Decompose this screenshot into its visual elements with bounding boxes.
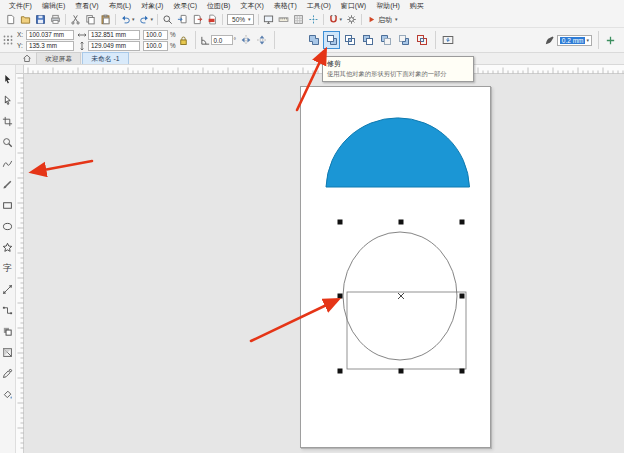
tab-welcome[interactable]: 欢迎屏幕 xyxy=(36,52,81,64)
save-button[interactable] xyxy=(33,13,48,27)
menu-text[interactable]: 文本(X) xyxy=(235,0,268,12)
weld-icon xyxy=(308,34,320,46)
intersect-icon xyxy=(344,34,356,46)
menu-buy[interactable]: 购买 xyxy=(405,0,429,12)
connector-tool[interactable] xyxy=(0,300,16,321)
document-tabs: 欢迎屏幕未命名 -1 xyxy=(0,53,624,65)
remove-back-button[interactable] xyxy=(395,31,412,49)
paste-button[interactable] xyxy=(98,13,113,27)
search-button[interactable] xyxy=(160,13,175,27)
menu-effects[interactable]: 效果(C) xyxy=(168,0,202,12)
size-fields: 132.851 mm 129.049 mm xyxy=(77,29,140,51)
object-width-field[interactable]: 132.851 mm xyxy=(88,30,140,40)
drawing-canvas[interactable] xyxy=(24,74,624,453)
artistic-media-tool[interactable] xyxy=(0,174,16,195)
snap-to-button[interactable]: ▾ xyxy=(326,13,345,27)
remove-front-button[interactable] xyxy=(377,31,394,49)
copy-button[interactable] xyxy=(83,13,98,27)
rectangle-tool[interactable] xyxy=(0,195,16,216)
toolbar-separator xyxy=(222,14,223,25)
transparency-tool[interactable] xyxy=(0,342,16,363)
full-screen-preview-button[interactable] xyxy=(261,13,276,27)
doc-icon xyxy=(5,14,16,25)
fullscreen-icon xyxy=(263,14,274,25)
intersect-button[interactable] xyxy=(341,31,358,49)
menu-bitmaps[interactable]: 位图(B) xyxy=(202,0,235,12)
options-button[interactable] xyxy=(344,13,359,27)
chevron-down-icon: ▾ xyxy=(248,17,251,22)
scale-x-field[interactable]: 100.0 xyxy=(143,30,168,40)
export-button[interactable] xyxy=(190,13,205,27)
pdf-icon xyxy=(207,14,218,25)
quick-customize-button[interactable] xyxy=(603,31,618,49)
new-document-button[interactable] xyxy=(3,13,18,27)
scale-y-field[interactable]: 100.0 xyxy=(143,41,168,51)
outline-width-combo[interactable]: 0.2 mm ▾ xyxy=(557,35,592,46)
position-fields: X: 100.037 mm Y: 135.3 mm xyxy=(17,29,74,51)
pick-tool[interactable] xyxy=(0,69,16,90)
menu-table[interactable]: 表格(T) xyxy=(269,0,302,12)
simplify-button[interactable] xyxy=(359,31,376,49)
menu-view[interactable]: 查看(V) xyxy=(70,0,103,12)
import-button[interactable] xyxy=(175,13,190,27)
guides-icon xyxy=(308,14,319,25)
menu-file[interactable]: 文件(F) xyxy=(4,0,37,12)
rotation-angle-field[interactable]: 0.0 xyxy=(211,35,233,45)
freehand-tool[interactable] xyxy=(0,153,16,174)
crop-tool[interactable] xyxy=(0,111,16,132)
trim-button[interactable] xyxy=(323,31,340,49)
interactive-fill-tool[interactable] xyxy=(0,384,16,405)
removefront-icon xyxy=(380,34,392,46)
y-position-field[interactable]: 135.3 mm xyxy=(26,41,74,51)
undo-button[interactable]: ▾ xyxy=(118,13,137,27)
menu-layout[interactable]: 布局(L) xyxy=(104,0,137,12)
home-button[interactable] xyxy=(22,53,32,63)
text-tool[interactable]: 字 xyxy=(0,258,16,279)
menu-window[interactable]: 窗口(W) xyxy=(336,0,371,12)
create-boundary-button[interactable] xyxy=(413,31,430,49)
connector-icon xyxy=(2,305,13,316)
ellipse-tool[interactable] xyxy=(0,216,16,237)
object-height-field[interactable]: 129.049 mm xyxy=(88,41,140,51)
drop-shadow-tool[interactable] xyxy=(0,321,16,342)
polygon-tool[interactable] xyxy=(0,237,16,258)
property-bar: X: 100.037 mm Y: 135.3 mm 132.851 mm 129… xyxy=(0,28,624,53)
color-eyedropper-tool[interactable] xyxy=(0,363,16,384)
launch-button[interactable]: 启动▾ xyxy=(364,13,401,26)
vertical-ruler[interactable] xyxy=(16,74,24,453)
show-grid-button[interactable] xyxy=(291,13,306,27)
open-button[interactable] xyxy=(18,13,33,27)
paste-icon xyxy=(100,14,111,25)
tooltip-title: 修剪 xyxy=(327,59,469,69)
zoom-level-combo[interactable]: 50%▾ xyxy=(227,14,254,25)
eyedropper-icon xyxy=(2,368,13,379)
redo-button[interactable]: ▾ xyxy=(137,13,156,27)
chevron-down-icon: ▾ xyxy=(340,17,343,22)
mirror-vertical-button[interactable] xyxy=(254,31,270,49)
weld-button[interactable] xyxy=(305,31,322,49)
dimension-tool[interactable] xyxy=(0,279,16,300)
freehand-icon xyxy=(2,158,13,169)
mirror-horizontal-button[interactable] xyxy=(238,31,254,49)
menu-help[interactable]: 帮助(H) xyxy=(371,0,405,12)
degree-label: ° xyxy=(234,37,237,44)
publish-pdf-button[interactable] xyxy=(205,13,220,27)
menu-tools[interactable]: 工具(O) xyxy=(302,0,336,12)
x-label: X: xyxy=(17,31,25,38)
zoom-tool[interactable] xyxy=(0,132,16,153)
launch-label: 启动 xyxy=(378,15,392,25)
document-page[interactable] xyxy=(300,86,491,448)
powerclip-button[interactable] xyxy=(440,31,456,49)
print-button[interactable] xyxy=(48,13,63,27)
open-icon xyxy=(20,14,31,25)
show-rulers-button[interactable] xyxy=(276,13,291,27)
shape-tool[interactable] xyxy=(0,90,16,111)
cut-button[interactable] xyxy=(68,13,83,27)
menu-object[interactable]: 对象(J) xyxy=(136,0,168,12)
tab-untitled-1[interactable]: 未命名 -1 xyxy=(82,52,128,64)
launch-icon xyxy=(367,15,376,24)
show-guidelines-button[interactable] xyxy=(306,13,321,27)
x-position-field[interactable]: 100.037 mm xyxy=(26,30,74,40)
lock-ratio-button[interactable] xyxy=(176,31,191,49)
menu-edit[interactable]: 编辑(E) xyxy=(37,0,70,12)
